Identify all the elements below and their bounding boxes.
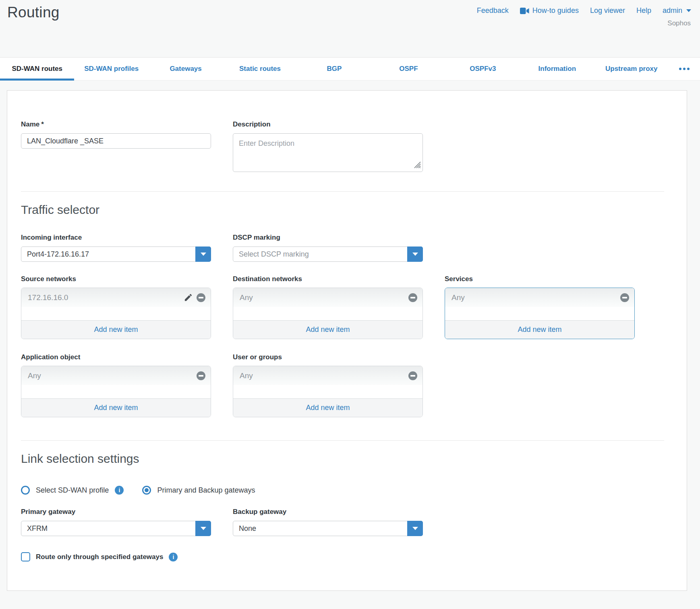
sd-wan-route-form: Name* Description [7, 90, 687, 591]
dscp-marking-placeholder: Select DSCP marking [239, 250, 309, 259]
backup-gateway-label: Backup gateway [233, 508, 423, 516]
primary-gateway-dropdown-button[interactable] [195, 521, 211, 536]
source-network-value: 172.16.16.0 [28, 293, 184, 302]
link-selection-heading: Link selection settings [21, 452, 687, 466]
application-object-add-button[interactable]: Add new item [21, 398, 211, 417]
user-groups-box: Any Add new item [233, 366, 423, 417]
tab-information[interactable]: Information [520, 58, 594, 80]
route-only-label[interactable]: Route only through specified gateways [36, 553, 163, 561]
application-object-value: Any [28, 371, 197, 380]
incoming-interface-dropdown-button[interactable] [195, 246, 211, 262]
info-circle-icon[interactable]: i [169, 553, 178, 561]
description-label: Description [233, 120, 423, 128]
ellipsis-icon [679, 68, 681, 70]
services-label: Services [445, 275, 635, 283]
list-item: Any [445, 288, 634, 307]
admin-menu[interactable]: admin [663, 6, 691, 15]
list-item: Any [233, 288, 422, 307]
required-mark: * [41, 120, 44, 128]
help-link[interactable]: Help [636, 6, 651, 15]
route-only-checkbox[interactable] [21, 552, 30, 561]
brand-label: Sophos [667, 19, 691, 27]
destination-network-value: Any [240, 293, 408, 302]
tab-upstream-proxy[interactable]: Upstream proxy [594, 58, 669, 80]
radio-select-sdwan-profile[interactable]: Select SD-WAN profile i [21, 486, 124, 495]
section-divider [21, 440, 664, 441]
radio-icon[interactable] [21, 486, 30, 495]
list-item: 172.16.16.0 [21, 288, 211, 307]
incoming-interface-select[interactable]: Port4-172.16.16.17 [21, 246, 211, 262]
backup-gateway-dropdown-button[interactable] [407, 521, 423, 536]
feedback-link-label: Feedback [477, 6, 509, 15]
destination-networks-box: Any Add new item [233, 288, 423, 339]
backup-gateway-select[interactable]: None [233, 521, 423, 536]
name-label: Name* [21, 120, 211, 128]
primary-gateway-label: Primary gateway [21, 508, 211, 516]
caret-down-icon [201, 527, 206, 530]
video-camera-icon [520, 8, 529, 14]
destination-networks-label: Destination networks [233, 275, 423, 283]
log-viewer-link[interactable]: Log viewer [590, 6, 625, 15]
minus-circle-icon[interactable] [408, 293, 417, 302]
howto-guides-label: How-to guides [532, 6, 579, 15]
source-networks-box: 172.16.16.0 Add new item [21, 288, 211, 339]
tab-ospf[interactable]: OSPF [371, 58, 445, 80]
chevron-down-icon [686, 9, 691, 12]
dscp-marking-select[interactable]: Select DSCP marking [233, 246, 423, 262]
tab-sd-wan-routes[interactable]: SD-WAN routes [0, 58, 74, 80]
route-only-row: Route only through specified gateways i [21, 552, 687, 561]
feedback-link[interactable]: Feedback [477, 6, 509, 15]
minus-circle-icon[interactable] [197, 293, 205, 302]
howto-guides-link[interactable]: How-to guides [520, 6, 579, 15]
pencil-icon[interactable] [184, 293, 193, 302]
caret-down-icon [412, 253, 418, 256]
application-object-label: Application object [21, 353, 211, 361]
user-groups-add-button[interactable]: Add new item [233, 398, 422, 417]
user-groups-value: Any [240, 371, 408, 380]
source-networks-label: Source networks [21, 275, 211, 283]
services-add-button[interactable]: Add new item [445, 320, 634, 339]
services-box: Any Add new item [445, 288, 635, 339]
backup-gateway-value: None [239, 524, 256, 533]
minus-circle-icon[interactable] [197, 371, 205, 380]
radio-primary-backup-gateways-label[interactable]: Primary and Backup gateways [157, 486, 255, 495]
tab-ospfv3[interactable]: OSPFv3 [446, 58, 520, 80]
radio-select-sdwan-profile-label[interactable]: Select SD-WAN profile [36, 486, 109, 495]
tab-bgp[interactable]: BGP [297, 58, 371, 80]
page-header: Routing Feedback How-to guides Log viewe… [0, 0, 700, 57]
list-item: Any [233, 366, 422, 385]
dscp-marking-label: DSCP marking [233, 234, 423, 242]
more-tabs-button[interactable] [669, 58, 700, 80]
name-input[interactable] [21, 133, 211, 149]
tab-bar: SD-WAN routes SD-WAN profiles Gateways S… [0, 57, 700, 81]
tab-sd-wan-profiles[interactable]: SD-WAN profiles [74, 58, 148, 80]
service-value: Any [451, 293, 620, 302]
radio-primary-backup-gateways[interactable]: Primary and Backup gateways [142, 486, 255, 495]
log-viewer-label: Log viewer [590, 6, 625, 15]
list-item: Any [21, 366, 211, 385]
incoming-interface-value: Port4-172.16.16.17 [27, 250, 89, 259]
tab-static-routes[interactable]: Static routes [223, 58, 297, 80]
caret-down-icon [201, 253, 206, 256]
admin-label: admin [663, 6, 682, 15]
user-groups-label: User or groups [233, 353, 423, 361]
header-nav: Feedback How-to guides Log viewer Help a… [477, 6, 691, 15]
source-networks-add-button[interactable]: Add new item [21, 320, 211, 339]
page-title: Routing [7, 4, 60, 21]
primary-gateway-select[interactable]: XFRM [21, 521, 211, 536]
minus-circle-icon[interactable] [408, 371, 417, 380]
tab-gateways[interactable]: Gateways [149, 58, 223, 80]
application-object-box: Any Add new item [21, 366, 211, 417]
primary-gateway-value: XFRM [27, 524, 48, 533]
radio-icon-checked[interactable] [142, 486, 151, 495]
destination-networks-add-button[interactable]: Add new item [233, 320, 422, 339]
caret-down-icon [412, 527, 418, 530]
description-textarea[interactable] [233, 133, 423, 172]
traffic-selector-heading: Traffic selector [21, 203, 687, 217]
dscp-marking-dropdown-button[interactable] [407, 246, 423, 262]
info-circle-icon[interactable]: i [115, 486, 124, 495]
incoming-interface-label: Incoming interface [21, 234, 211, 242]
help-label: Help [636, 6, 651, 15]
minus-circle-icon[interactable] [620, 293, 629, 302]
section-divider [21, 191, 664, 192]
